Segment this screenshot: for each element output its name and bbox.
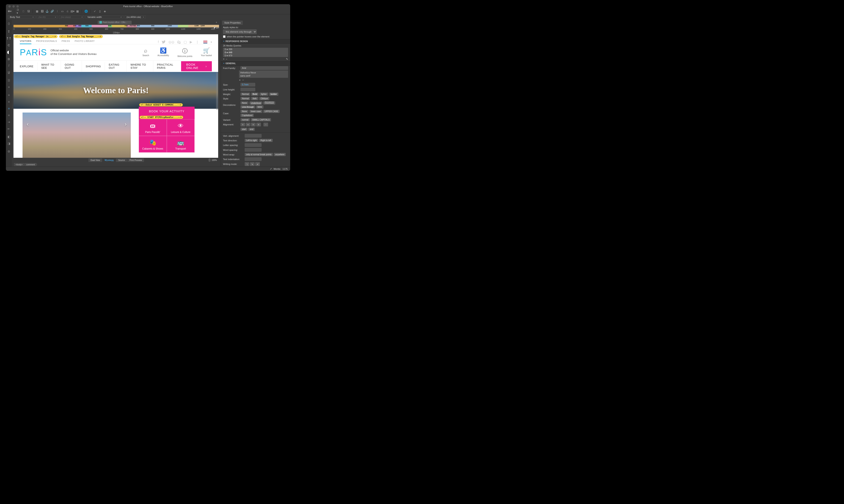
align-right-icon[interactable]: ≡ [7,106,11,111]
activity-passlib[interactable]: 🎟Paris Passlib' [139,119,167,136]
chars-icon[interactable]: ▦ [76,10,79,13]
nav-explore[interactable]: EXPLORE [20,62,37,70]
code-view-icon[interactable]: ⟨⟩ [7,21,11,26]
align-justify-btn[interactable]: ≡ [256,123,261,126]
site-tab-professionals[interactable]: PROFESSIONALS [36,40,57,44]
mq-edit-icon[interactable]: ✎ [286,58,288,60]
accessibility-tool[interactable]: ♿Accessibility [157,47,169,57]
writing-lr-btn[interactable]: ↲ [255,162,260,166]
pinterest-icon[interactable] [177,40,181,44]
nav-eatingout[interactable]: EATING OUT [105,60,126,72]
carousel-prev-icon[interactable]: ‹ [27,121,29,127]
activity-cabarets[interactable]: 🎭Cabarets & Shows [139,136,167,152]
align-justify-icon[interactable]: ≡ [7,113,11,118]
zoom-control[interactable]: 100% [208,158,217,162]
align-right-btn[interactable]: ≡ [251,123,256,126]
youtube-icon[interactable]: ▶ [190,40,192,44]
align-center-btn[interactable]: ≡ [246,123,251,126]
browser-icon[interactable]: 🌐 [84,10,88,13]
new-icon[interactable]: ✚▾ [8,10,11,13]
file-icon[interactable]: 🗋▾ [17,10,20,13]
mq-remove-icon[interactable]: − [226,58,227,60]
mq-add-icon[interactable]: + [223,58,224,60]
hr-icon[interactable]: ⁝ [56,10,59,13]
font-add-icon[interactable]: + [239,78,241,82]
minimize-window-button[interactable] [13,5,15,7]
ruler-marker[interactable]: ◤137 [214,26,219,29]
css-icon[interactable]: ◈ [103,10,106,13]
word-spacing-field[interactable] [245,148,261,152]
open-icon[interactable]: 🗋 [22,10,25,13]
activity-transport[interactable]: 🚌Transport [167,136,195,152]
text-indent-field[interactable] [245,157,261,161]
comment-otcp[interactable]: <!-- START OTCPOtcpBundle:...--> [140,116,183,119]
pixel-ruler[interactable]: 0 100 200 300 400 500 600 700 800 900 10… [14,28,219,31]
element-selector[interactable]: Body Text▾ [8,15,35,19]
style-properties-tab[interactable]: Style Properties [222,21,243,25]
save-icon[interactable]: 🖫 [27,10,30,13]
mobile-icon[interactable]: ▯ [98,10,102,13]
basket-tool[interactable]: 🛒Your basket [201,47,212,57]
site-tab-photo[interactable]: PHOTO LIBRARY [74,40,94,44]
view-print[interactable]: Print Preview [127,158,144,162]
close-window-button[interactable] [8,5,11,7]
list-ul-icon[interactable]: ☰ [7,78,11,83]
list-ol-icon[interactable]: ≡ [7,85,11,89]
aria-selector[interactable]: (no ARIA role)▾ [125,15,146,19]
exclaim-icon[interactable]: ❢ [7,30,11,34]
comment-gtm-end[interactable]: <!-- End Google Tag Manage...--> [59,35,103,38]
view-source[interactable]: Source [116,158,127,162]
nav-whattosee[interactable]: WHAT TO SEE [37,60,61,72]
color-swatch-icon[interactable] [7,51,11,54]
search-tool[interactable]: ⌕Search [142,47,149,57]
general-section-header[interactable]: GENERAL [221,61,290,66]
writing-rl-btn[interactable]: ↳ [250,162,255,166]
comment-gtm-start[interactable]: <!-- Google Tag Manager (n...--> [14,35,57,38]
font-family-field[interactable] [240,66,288,70]
image-icon[interactable]: 🖼 [40,10,44,13]
crumb-comment[interactable]: comment [24,163,37,166]
settings-icon[interactable]: ⚙ [7,149,11,154]
view-wysiwyg[interactable]: Wysiwyg [103,158,116,162]
table-icon[interactable]: ▦ [35,10,39,13]
font-size-field[interactable] [240,83,255,87]
media-query-list[interactable]: 0 ➡ 399 0 ➡ 449 0 ➡ 479 0 ➡ 640 0 ➡ 749 … [223,48,288,57]
font-stack-list[interactable]: Helvetica Neuesans-serif [239,70,288,78]
valign-field[interactable] [245,134,261,138]
facebook-icon[interactable]: f [158,40,158,44]
canvas-scrollbar[interactable] [216,72,218,110]
welcome-tool[interactable]: ⓘWelcome points [177,47,192,57]
language-flag[interactable] [203,41,207,43]
align-left-icon[interactable]: ≡ [7,93,11,97]
width-selector[interactable]: Variable width▾ [86,15,123,19]
site-tab-visitors[interactable]: VISITORS [20,40,31,44]
strikethrough-icon[interactable]: ◧ [7,134,11,139]
id-selector[interactable]: (no ID)▾ [37,15,58,19]
bold-icon[interactable]: B [7,57,11,61]
class-selector[interactable]: (no class)▾ [59,15,84,19]
audio-icon[interactable]: ♫ [66,10,69,13]
view-dual[interactable]: Dual View [88,158,102,162]
video-icon[interactable]: ▭ [61,10,64,13]
site-tab-press[interactable]: PRESS [62,40,70,44]
nav-goingout[interactable]: GOING OUT [61,60,82,72]
breakpoint-ruler[interactable]: 399 449 450 500 640 749 767 768 800 900 … [14,25,219,28]
nav-shopping[interactable]: SHOPPING [82,62,105,70]
site-logo[interactable]: PARiS [20,47,47,57]
align-center-icon[interactable]: ≡ [7,100,11,104]
book-online-button[interactable]: BOOK ONLINE› [181,61,212,71]
carousel-next-icon[interactable]: › [125,121,126,127]
hover-checkbox[interactable]: when the pointer hovers over the element [223,35,288,38]
indent-icon[interactable]: ⇥ [7,120,11,124]
form-icon[interactable]: ▤▾ [71,10,74,13]
align-none-btn[interactable]: ▫ [263,123,268,126]
hero-carousel[interactable]: ‹ › [21,111,133,158]
responsive-section-header[interactable]: RESPONSIVE DESIGN [221,39,290,43]
c-icon[interactable]: C [7,43,11,47]
svg-icon[interactable]: ✓ [93,10,97,13]
twitter-icon[interactable] [162,40,166,43]
letter-spacing-field[interactable] [245,143,261,147]
underline-icon[interactable]: U [7,70,11,74]
outdent-icon[interactable]: ⇤ [7,127,11,131]
comment-ecommerce[interactable]: <!--Debut WIDGET E-COMMERC...--> [139,103,183,106]
